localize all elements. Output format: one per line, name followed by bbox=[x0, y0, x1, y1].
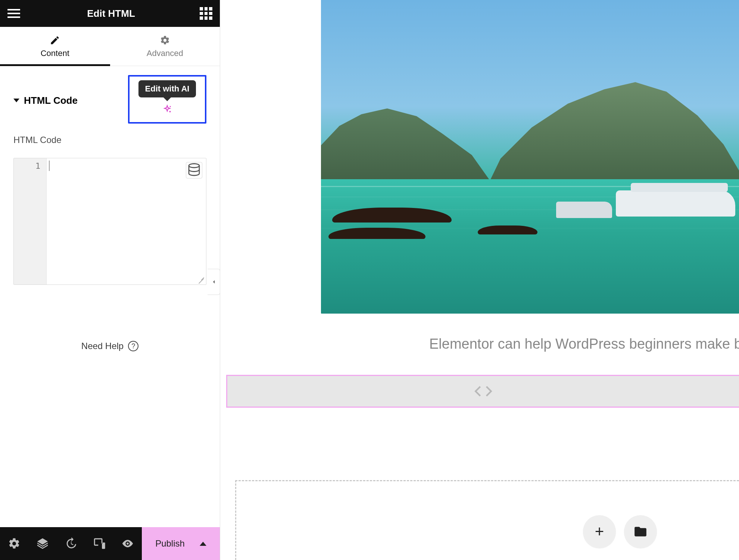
layers-icon bbox=[36, 537, 49, 550]
edit-with-ai-tooltip: Edit with AI bbox=[138, 80, 196, 97]
pencil-icon bbox=[50, 35, 60, 46]
chevron-left-icon bbox=[211, 279, 217, 285]
drop-area-buttons: + bbox=[583, 515, 657, 548]
publish-button[interactable]: Publish bbox=[142, 527, 220, 560]
code-editor-area[interactable] bbox=[47, 158, 206, 284]
need-help-label: Need Help bbox=[81, 341, 124, 351]
navigator-button[interactable] bbox=[34, 535, 51, 552]
html-code-editor[interactable]: 1 bbox=[13, 158, 206, 285]
panel-header: Edit HTML bbox=[0, 0, 220, 27]
footer-toolbar bbox=[0, 527, 142, 560]
section-html-code: HTML Code Edit with AI HTML Code bbox=[0, 66, 220, 149]
plus-icon: + bbox=[595, 523, 604, 541]
database-icon bbox=[186, 162, 202, 178]
template-library-button[interactable] bbox=[624, 515, 657, 548]
ai-sparkle-button[interactable] bbox=[136, 104, 198, 115]
gear-icon bbox=[160, 35, 170, 46]
svg-point-0 bbox=[170, 106, 171, 107]
tab-content-label: Content bbox=[0, 49, 110, 58]
tabs: Content Advanced bbox=[0, 27, 220, 66]
drop-area[interactable] bbox=[235, 480, 739, 560]
ferry-icon bbox=[616, 190, 735, 217]
section-toggle[interactable]: HTML Code bbox=[13, 95, 78, 106]
line-number-1: 1 bbox=[14, 161, 40, 171]
field-label-html-code: HTML Code bbox=[13, 135, 206, 145]
add-widget-button[interactable]: + bbox=[583, 515, 616, 548]
tab-content[interactable]: Content bbox=[0, 27, 110, 66]
need-help-link[interactable]: Need Help ? bbox=[0, 341, 220, 351]
responsive-icon bbox=[93, 537, 106, 550]
panel-title: Edit HTML bbox=[22, 8, 200, 19]
code-gutter: 1 bbox=[14, 158, 47, 284]
history-button[interactable] bbox=[63, 535, 79, 552]
preview-button[interactable] bbox=[119, 535, 136, 552]
edit-with-ai-highlight: Edit with AI bbox=[128, 75, 206, 124]
html-widget-placeholder[interactable] bbox=[226, 375, 739, 408]
hero-image bbox=[321, 0, 739, 314]
tab-advanced-label: Advanced bbox=[110, 49, 220, 58]
svg-point-2 bbox=[189, 164, 199, 168]
chevron-up-icon bbox=[200, 542, 206, 546]
resize-grip-icon[interactable] bbox=[198, 276, 205, 283]
text-cursor bbox=[49, 161, 50, 171]
hero-caption: Elementor can help WordPress beginners m… bbox=[429, 336, 739, 352]
panel-collapse-handle[interactable] bbox=[208, 269, 220, 295]
section-title: HTML Code bbox=[24, 95, 78, 106]
responsive-button[interactable] bbox=[91, 535, 107, 552]
menu-icon[interactable] bbox=[7, 6, 22, 21]
history-icon bbox=[65, 537, 77, 550]
help-icon: ? bbox=[128, 341, 138, 351]
boat-icon bbox=[328, 228, 425, 239]
caret-down-icon bbox=[13, 99, 19, 102]
code-editor-wrap: 1 bbox=[13, 158, 206, 285]
widgets-grid-icon[interactable] bbox=[200, 7, 212, 20]
tab-advanced[interactable]: Advanced bbox=[110, 27, 220, 66]
dynamic-tags-button[interactable] bbox=[186, 162, 202, 178]
eye-icon bbox=[121, 537, 134, 550]
sparkle-icon bbox=[162, 104, 173, 115]
editor-panel: Edit HTML Content Advanced HTML Code bbox=[0, 0, 220, 560]
code-icon bbox=[474, 382, 493, 401]
panel-footer: Publish bbox=[0, 527, 220, 560]
preview-canvas[interactable]: Elementor can help WordPress beginners m… bbox=[220, 0, 739, 560]
folder-icon bbox=[633, 525, 648, 539]
svg-point-1 bbox=[169, 111, 171, 112]
gear-icon bbox=[8, 537, 21, 550]
publish-label: Publish bbox=[155, 538, 185, 549]
boat-icon bbox=[478, 225, 537, 234]
settings-button[interactable] bbox=[6, 535, 22, 552]
ship-icon bbox=[556, 202, 612, 218]
